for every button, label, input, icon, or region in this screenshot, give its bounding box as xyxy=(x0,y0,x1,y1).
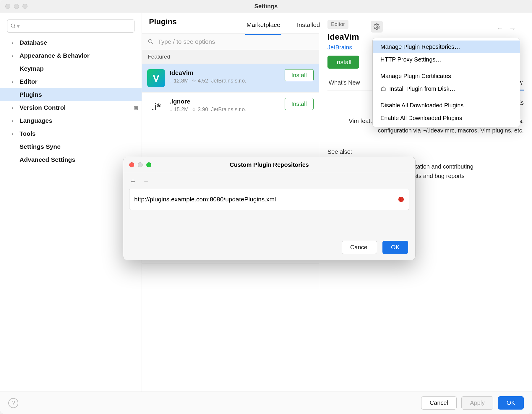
svg-line-1 xyxy=(14,27,15,28)
help-button[interactable]: ? xyxy=(8,398,18,408)
settings-footer: ? Cancel Apply OK xyxy=(0,392,532,414)
menu-disable-all[interactable]: Disable All Downloaded Plugins xyxy=(373,99,520,112)
sidebar-search[interactable]: ▾ xyxy=(7,20,134,33)
svg-line-3 xyxy=(152,43,153,44)
plugin-row-ideavim[interactable]: V IdeaVim ↓ 12.8M ☆ 4.52 JetBrains s.r.o… xyxy=(142,64,319,93)
menu-install-from-disk[interactable]: Install Plugin from Disk… xyxy=(373,83,520,95)
disk-icon xyxy=(380,86,386,92)
plugin-tabs: Marketplace Installed xyxy=(245,17,321,35)
url-value: http://plugins.example.com:8080/updatePl… xyxy=(134,196,276,203)
sidebar-item-settings-sync[interactable]: Settings Sync xyxy=(7,140,142,153)
svg-rect-7 xyxy=(381,88,385,90)
menu-enable-all[interactable]: Enable All Downloaded Plugins xyxy=(373,112,520,124)
svg-rect-10 xyxy=(401,198,401,200)
tab-marketplace[interactable]: Marketplace xyxy=(245,17,281,35)
plugin-icon: .i* xyxy=(147,98,165,116)
plugin-row-ignore[interactable]: .i* .ignore ↓ 15.2M ☆ 3.90 JetBrains s.r… xyxy=(142,93,319,121)
menu-manage-repos[interactable]: Manage Plugin Repositories… xyxy=(373,41,520,53)
search-icon xyxy=(10,23,16,29)
menu-manage-certs[interactable]: Manage Plugin Certificates xyxy=(373,70,520,83)
dialog-title: Custom Plugin Repositories xyxy=(123,161,415,168)
gear-icon xyxy=(374,23,380,30)
tab-whatsnew[interactable]: What's New xyxy=(327,76,361,90)
settings-sidebar: ▾ ›Database ›Appearance & Behavior Keyma… xyxy=(0,13,142,392)
tab-installed[interactable]: Installed xyxy=(296,17,321,35)
sidebar-item-vcs[interactable]: ›Version Control▣ xyxy=(7,101,142,114)
ok-button[interactable]: OK xyxy=(498,396,524,410)
window-title: Settings xyxy=(0,3,532,10)
sidebar-item-database[interactable]: ›Database xyxy=(7,36,142,49)
sidebar-item-plugins[interactable]: Plugins xyxy=(0,88,142,101)
add-button[interactable]: ＋ xyxy=(129,176,137,186)
sidebar-item-languages[interactable]: ›Languages xyxy=(7,114,142,127)
settings-tree: ›Database ›Appearance & Behavior Keymap … xyxy=(0,36,142,166)
titlebar: Settings xyxy=(0,0,532,13)
nav-arrows: ← → xyxy=(497,24,516,33)
error-icon xyxy=(398,196,404,203)
back-icon[interactable]: ← xyxy=(497,24,504,33)
dialog-ok-button[interactable]: OK xyxy=(382,241,408,254)
sidebar-item-keymap[interactable]: Keymap xyxy=(7,62,142,75)
sidebar-item-editor[interactable]: ›Editor xyxy=(7,75,142,88)
search-placeholder: Type / to see options xyxy=(158,38,215,45)
plugins-title: Plugins xyxy=(149,17,177,26)
plugin-search[interactable]: Type / to see options xyxy=(142,33,319,50)
svg-rect-11 xyxy=(401,200,401,201)
search-icon xyxy=(148,39,154,45)
menu-http-proxy[interactable]: HTTP Proxy Settings… xyxy=(373,53,520,66)
custom-repo-dialog: Custom Plugin Repositories ＋ － http://pl… xyxy=(123,157,416,260)
forward-icon[interactable]: → xyxy=(509,24,516,33)
modified-icon: ▣ xyxy=(134,105,138,111)
detail-install-button[interactable]: Install xyxy=(327,56,359,69)
breadcrumb[interactable]: Editor xyxy=(327,20,348,29)
repo-url-field[interactable]: http://plugins.example.com:8080/updatePl… xyxy=(129,189,409,210)
section-featured: Featured xyxy=(142,50,319,64)
dialog-cancel-button[interactable]: Cancel xyxy=(342,241,377,254)
remove-button[interactable]: － xyxy=(142,176,150,186)
gear-menu: Manage Plugin Repositories… HTTP Proxy S… xyxy=(372,38,520,127)
svg-point-6 xyxy=(376,26,378,28)
gear-button[interactable] xyxy=(371,21,383,33)
install-button[interactable]: Install xyxy=(285,69,314,81)
cancel-button[interactable]: Cancel xyxy=(421,396,457,410)
plugin-icon: V xyxy=(147,69,165,87)
sidebar-item-advanced[interactable]: Advanced Settings xyxy=(7,153,142,166)
svg-rect-8 xyxy=(383,87,384,88)
sidebar-item-appearance[interactable]: ›Appearance & Behavior xyxy=(7,49,142,62)
svg-point-0 xyxy=(11,24,15,28)
sidebar-item-tools[interactable]: ›Tools xyxy=(7,127,142,140)
apply-button: Apply xyxy=(461,396,493,410)
install-button[interactable]: Install xyxy=(285,98,314,110)
svg-point-2 xyxy=(149,40,152,43)
